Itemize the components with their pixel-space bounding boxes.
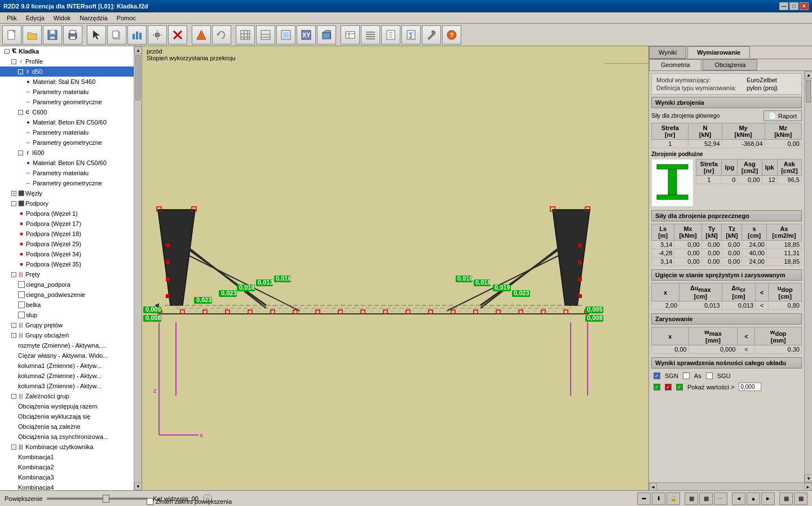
tree-item-zal2[interactable]: Obciążenia wykluczają się (0, 411, 134, 421)
toolbar-calc2[interactable]: ∑ (401, 25, 421, 45)
expand-wezly[interactable]: + (11, 191, 16, 196)
ciegna2-checkbox[interactable] (18, 291, 25, 298)
toolbar-settings[interactable] (148, 25, 167, 45)
nav-btn-left[interactable]: ◄ (732, 492, 745, 505)
close-button[interactable]: ✕ (800, 2, 809, 10)
menu-plik[interactable]: Plik (2, 14, 21, 23)
extra-btn-2[interactable]: ▦ (794, 492, 807, 505)
menu-narzedzia[interactable]: Narzędzia (75, 14, 112, 23)
right-scroll-thumb[interactable] (806, 80, 811, 103)
tree-item-geom1[interactable]: ↔ Parametry geometryczne (0, 97, 134, 107)
tree-item-rozmyte[interactable]: rozmyte (Zmienne) - Aktywna,... (0, 340, 134, 350)
nav-btn-1[interactable]: ⬅ (637, 492, 651, 505)
toolbar-list[interactable] (361, 25, 380, 45)
right-scroll-right[interactable]: ► (804, 483, 812, 490)
toolbar-print[interactable] (63, 25, 82, 45)
slup-checkbox[interactable] (18, 312, 25, 318)
pokaz-check3[interactable]: ✓ (676, 384, 683, 390)
expand-d50[interactable]: - (18, 69, 23, 74)
toolbar-copy[interactable] (107, 25, 126, 45)
tab-wyniki[interactable]: Wyniki (649, 46, 686, 59)
right-scroll-left[interactable]: ◄ (649, 483, 657, 490)
tree-item-c600[interactable]: - C C600 (0, 107, 134, 117)
tree-item-podpory[interactable]: - ⬛ Podpory (0, 198, 134, 208)
tree-item-kolumna3[interactable]: kolumna3 (Zmienne) - Aktyw... (0, 381, 134, 391)
right-scroll-up[interactable]: ▲ (805, 71, 812, 79)
tree-item-komb1[interactable]: Kombinacja1 (0, 452, 134, 462)
tree-item-mat1[interactable]: ● Materiał: Stal EN S460 (0, 77, 134, 87)
toolbar-delete[interactable] (168, 25, 187, 45)
subtab-geometria[interactable]: Geometria (649, 59, 701, 70)
expand-prety[interactable]: - (11, 272, 16, 277)
tree-item-prety[interactable]: - ||| Pręty (0, 269, 134, 279)
tree-item-belka[interactable]: belka (0, 300, 134, 310)
expand-profile[interactable]: - (11, 59, 16, 64)
canvas-drawing[interactable]: z x (142, 63, 604, 446)
menu-edycja[interactable]: Edycja (21, 14, 49, 23)
toolbar-grid3[interactable] (276, 25, 295, 45)
toolbar-undo[interactable] (212, 25, 231, 45)
tree-item-ciezar[interactable]: Ciężar własny - Aktywna, Wido... (0, 350, 134, 361)
tree-item-i600[interactable]: - I I600 (0, 148, 134, 158)
toolbar-open[interactable] (23, 25, 42, 45)
tree-item-grupy-obciazen[interactable]: - ||| Grupy obciążeń (0, 330, 134, 340)
menu-widok[interactable]: Widok (49, 14, 76, 23)
toolbar-save[interactable] (43, 25, 62, 45)
tree-item-kombinacje[interactable]: - ||| Kombinacje użytkownika (0, 442, 134, 452)
toolbar-help[interactable]: ? (442, 25, 461, 45)
view-btn-1[interactable]: ▦ (685, 492, 698, 505)
expand-kladka[interactable]: - (5, 49, 10, 54)
toolbar-wrench[interactable] (422, 25, 441, 45)
toolbar-target[interactable]: XY (297, 25, 316, 45)
tree-item-geom3[interactable]: ↔ Parametry geometryczne (0, 178, 134, 188)
nav-btn-2[interactable]: ⬇ (652, 492, 665, 505)
tree-item-pod34[interactable]: ■ Podpora (Węzeł 34) (0, 249, 134, 259)
left-scrollbar[interactable]: ▲ ▼ (134, 46, 142, 490)
tree-item-kladka[interactable]: - 🏗 Kladka (0, 46, 134, 56)
toolbar-calc1[interactable] (381, 25, 400, 45)
tree-item-komb2[interactable]: Kombinacja2 (0, 462, 134, 472)
zoom-thumb[interactable] (103, 495, 109, 503)
belka-checkbox[interactable] (18, 301, 25, 308)
nav-btn-up[interactable]: ▲ (747, 492, 760, 505)
tree-item-ciegna1[interactable]: ciegna_podpora (0, 279, 134, 290)
tree-item-grupy-pretow[interactable]: - ||| Grupy prętów (0, 320, 134, 330)
tree-item-mat2[interactable]: ● Materiał: Beton EN C50/60 (0, 117, 134, 127)
subtab-obciazenia[interactable]: Obciążenia (703, 59, 757, 70)
expand-podpory[interactable]: - (11, 201, 16, 206)
tree-item-pod35[interactable]: ■ Podpora (Węzeł 35) (0, 259, 134, 269)
right-scroll-down[interactable]: ▼ (805, 474, 812, 482)
tree-item-profile[interactable]: - I Profile (0, 56, 134, 66)
tab-wymiarowanie[interactable]: Wymiarowanie (687, 46, 750, 59)
ciegna1-checkbox[interactable] (18, 281, 25, 288)
toolbar-table[interactable] (341, 25, 360, 45)
view-btn-3[interactable]: ⋯ (714, 492, 727, 505)
scroll-thumb[interactable] (135, 55, 140, 100)
maximize-button[interactable]: □ (789, 2, 798, 10)
tree-item-komb4[interactable]: Kombinacja4 (0, 482, 134, 490)
nav-btn-lock[interactable]: 🔒 (667, 492, 680, 505)
toolbar-chart[interactable] (127, 25, 147, 45)
toolbar-new[interactable] (2, 25, 21, 45)
tree-item-slup[interactable]: słup (0, 310, 134, 320)
toolbar-grid1[interactable] (236, 25, 255, 45)
tree-item-kolumna1[interactable]: kolumna1 (Zmienne) - Aktyw... (0, 361, 134, 371)
tree-item-pod18[interactable]: ■ Podpora (Węzeł 18) (0, 229, 134, 239)
tree-item-ciegna2[interactable]: ciegna_podwieszenie (0, 290, 134, 300)
tree-item-wezly[interactable]: + ⬛ Węzły (0, 188, 134, 198)
tree-item-zal3[interactable]: Obciążenia są zależne (0, 421, 134, 432)
pokaz-check1[interactable]: ✓ (654, 384, 660, 390)
tree-item-zal4[interactable]: Obciążenia są zsynchronizowa... (0, 432, 134, 442)
expand-zaleznosci[interactable]: - (11, 394, 16, 399)
tree-item-pod29[interactable]: ■ Podpora (Węzeł 29) (0, 239, 134, 249)
tree-item-zal1[interactable]: Obciążenia występują razem (0, 401, 134, 411)
tree-item-param2[interactable]: ↔ Parametry materiału (0, 127, 134, 137)
toolbar-grid2[interactable] (256, 25, 275, 45)
sgu-checkbox[interactable] (706, 372, 713, 379)
expand-grupy-obciazen[interactable]: - (11, 333, 16, 338)
scroll-up-btn[interactable]: ▲ (134, 46, 142, 54)
view-btn-2[interactable]: ▦ (699, 492, 713, 505)
expand-i600[interactable]: - (18, 150, 23, 156)
tree-item-pod17[interactable]: ■ Podpora (Węzeł 17) (0, 219, 134, 229)
scroll-down-btn[interactable]: ▼ (134, 482, 142, 490)
